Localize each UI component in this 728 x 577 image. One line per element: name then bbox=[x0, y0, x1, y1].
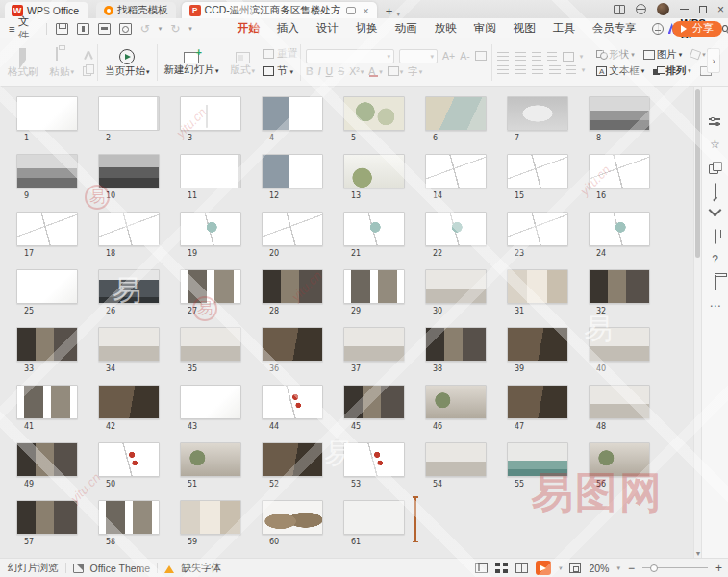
slide-thumbnail-9[interactable] bbox=[16, 154, 78, 188]
comment-icon[interactable] bbox=[346, 7, 356, 14]
strikethrough-button[interactable]: S bbox=[338, 66, 344, 77]
slide-thumbnail-27[interactable] bbox=[180, 269, 241, 304]
slide-thumbnail-23[interactable] bbox=[507, 212, 568, 246]
zoom-slider-knob[interactable] bbox=[650, 564, 658, 572]
slide-thumbnail-10[interactable] bbox=[98, 154, 160, 188]
slide-thumbnail-22[interactable] bbox=[425, 212, 487, 246]
slide-thumbnail-11[interactable] bbox=[180, 154, 241, 188]
undo-icon[interactable]: ↺ bbox=[140, 22, 150, 36]
menu-tab-插入[interactable]: 插入 bbox=[272, 19, 304, 38]
paste-button[interactable]: 粘贴▾ bbox=[46, 45, 79, 81]
slide-thumbnail-55[interactable] bbox=[507, 442, 568, 477]
slide-thumbnail-61[interactable] bbox=[343, 500, 405, 535]
tab-document[interactable]: P CCD-温州滨江商务区售楼处方 × bbox=[182, 2, 377, 18]
slide-thumbnail-12[interactable] bbox=[262, 154, 323, 188]
slide-thumbnail-7[interactable] bbox=[507, 96, 568, 131]
slide-thumbnail-28[interactable] bbox=[262, 269, 323, 304]
slide-thumbnail-3[interactable] bbox=[180, 96, 241, 131]
line-spacing-button[interactable] bbox=[566, 65, 576, 74]
slide-thumbnail-18[interactable] bbox=[98, 212, 160, 246]
fit-to-window-icon[interactable] bbox=[569, 563, 581, 573]
material-library-icon[interactable] bbox=[709, 162, 721, 174]
slide-thumbnail-40[interactable] bbox=[589, 327, 650, 362]
slide-thumbnail-19[interactable] bbox=[180, 212, 241, 246]
decrease-font-button[interactable]: A- bbox=[460, 51, 470, 62]
menu-tab-切换[interactable]: 切换 bbox=[351, 19, 383, 38]
slide-thumbnail-20[interactable] bbox=[262, 212, 323, 246]
export-icon[interactable] bbox=[77, 23, 89, 35]
slide-thumbnail-16[interactable] bbox=[589, 154, 650, 188]
theme-label[interactable]: Office Theme bbox=[90, 563, 151, 574]
close-window-button[interactable]: × bbox=[717, 5, 724, 14]
slide-thumbnail-45[interactable] bbox=[343, 385, 405, 419]
quickbar-caret-icon[interactable]: ▾ bbox=[188, 25, 192, 33]
search-icon[interactable] bbox=[722, 25, 728, 32]
slide-thumbnail-26[interactable] bbox=[98, 269, 160, 304]
highlight-color-button[interactable]: ▾ bbox=[388, 66, 404, 76]
slide-thumbnail-41[interactable] bbox=[16, 385, 78, 419]
tab-docer-templates[interactable]: 找稻壳模板 bbox=[96, 2, 176, 18]
menu-tab-开始[interactable]: 开始 bbox=[233, 19, 264, 38]
slide-thumbnail-2[interactable] bbox=[98, 96, 160, 131]
save-icon[interactable] bbox=[56, 23, 68, 35]
copy-button[interactable] bbox=[82, 64, 94, 75]
slide-thumbnail-49[interactable] bbox=[16, 442, 78, 477]
font-color-button[interactable]: A▾ bbox=[368, 66, 383, 77]
slideshow-play-button[interactable]: ▶ bbox=[536, 561, 551, 575]
slide-thumbnail-14[interactable] bbox=[425, 154, 487, 188]
decrease-indent-button[interactable] bbox=[532, 52, 541, 61]
slide-thumbnail-56[interactable] bbox=[589, 442, 650, 477]
arrange-button[interactable]: 排列▾ bbox=[653, 64, 691, 78]
slide-thumbnail-13[interactable] bbox=[343, 154, 405, 188]
scrollbar-thumb[interactable] bbox=[695, 89, 700, 258]
superscript-button[interactable]: X²▾ bbox=[349, 66, 364, 77]
bullet-list-button[interactable] bbox=[497, 52, 509, 61]
slide-layout-button[interactable]: 版式▾ bbox=[227, 46, 260, 79]
share-button[interactable]: 分享 bbox=[672, 21, 722, 37]
menu-tab-会员专享[interactable]: 会员专享 bbox=[588, 19, 641, 38]
menu-tab-设计[interactable]: 设计 bbox=[312, 19, 343, 38]
notes-book-icon[interactable] bbox=[715, 229, 716, 244]
bold-button[interactable]: B bbox=[306, 66, 314, 77]
clear-format-button[interactable] bbox=[475, 51, 487, 61]
minimize-button[interactable] bbox=[680, 9, 689, 10]
slide-thumbnail-30[interactable] bbox=[425, 269, 487, 304]
slide-thumbnail-38[interactable] bbox=[425, 327, 487, 362]
font-family-select[interactable]: ▾ bbox=[306, 49, 394, 63]
print-icon[interactable] bbox=[98, 23, 111, 35]
underline-button[interactable]: U bbox=[326, 66, 334, 77]
slide-thumbnail-1[interactable] bbox=[16, 96, 78, 131]
new-slide-button[interactable]: 新建幻灯片▾ bbox=[161, 46, 223, 79]
zoom-level-label[interactable]: 20% bbox=[589, 563, 609, 574]
slide-thumbnail-24[interactable] bbox=[589, 212, 650, 246]
slide-thumbnail-34[interactable] bbox=[98, 327, 160, 362]
slide-thumbnail-50[interactable] bbox=[98, 442, 160, 477]
slide-thumbnail-44[interactable] bbox=[262, 385, 323, 419]
message-icon[interactable] bbox=[652, 23, 664, 35]
play-from-current-button[interactable]: 当页开始▾ bbox=[101, 45, 154, 80]
image-edit-icon[interactable] bbox=[715, 183, 716, 198]
textbox-button[interactable]: A文本框▾ bbox=[596, 64, 644, 78]
slide-thumbnail-42[interactable] bbox=[98, 385, 160, 419]
justify-button[interactable] bbox=[549, 65, 561, 74]
vertical-scrollbar[interactable]: ▼ bbox=[693, 87, 701, 558]
zoom-slider[interactable] bbox=[642, 567, 708, 568]
slide-thumbnail-52[interactable] bbox=[262, 442, 323, 477]
slide-thumbnail-54[interactable] bbox=[425, 442, 487, 477]
slide-thumbnail-57[interactable] bbox=[16, 500, 78, 535]
slide-thumbnail-36[interactable] bbox=[262, 327, 323, 362]
reset-slide-button[interactable]: 重置 bbox=[263, 47, 297, 61]
align-right-button[interactable] bbox=[532, 65, 543, 74]
increase-indent-button[interactable] bbox=[547, 52, 557, 61]
play-options-caret-icon[interactable]: ▾ bbox=[559, 564, 563, 572]
slide-thumbnail-4[interactable] bbox=[262, 96, 323, 131]
slide-thumbnail-25[interactable] bbox=[16, 269, 78, 304]
slide-thumbnail-17[interactable] bbox=[16, 212, 78, 246]
slide-thumbnail-58[interactable] bbox=[98, 500, 160, 535]
undo-caret-icon[interactable]: ▾ bbox=[159, 25, 163, 33]
slide-thumbnail-46[interactable] bbox=[425, 385, 487, 419]
slide-thumbnail-51[interactable] bbox=[180, 442, 241, 477]
slide-thumbnail-5[interactable] bbox=[343, 96, 405, 131]
align-left-button[interactable] bbox=[497, 65, 509, 74]
slide-thumbnail-43[interactable] bbox=[180, 385, 241, 419]
